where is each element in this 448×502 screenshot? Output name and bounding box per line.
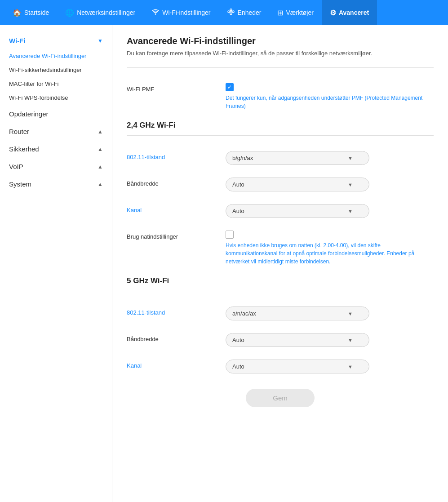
chevron-down-icon-bw24: ▼	[348, 182, 353, 187]
mode-5-label: 802.11-tilstand	[127, 307, 217, 316]
nav-vaerktoejer[interactable]: ⊞ Værktøjer	[269, 0, 321, 25]
channel-5-row: Kanal Auto ▼	[127, 353, 434, 380]
wifi-icon	[151, 9, 160, 17]
bandwidth-5-row: Båndbredde Auto ▼	[127, 327, 434, 353]
channel-24-row: Kanal Auto ▼	[127, 198, 434, 224]
chevron-up-icon-2: ▲	[98, 146, 103, 152]
bandwidth-24-select[interactable]: Auto ▼	[226, 178, 369, 191]
nav-startside[interactable]: 🏠 Startside	[4, 0, 57, 25]
bandwidth-5-select-wrap: Auto ▼	[226, 333, 369, 347]
divider-24ghz	[127, 135, 434, 136]
main-content: Avancerede Wi-Fi-indstillinger Du kan fo…	[112, 25, 448, 502]
section-5ghz-title: 5 GHz Wi-Fi	[127, 276, 434, 285]
sidebar-item-wps[interactable]: Wi-Fi WPS-forbindelse	[0, 91, 112, 105]
channel-5-select[interactable]: Auto ▼	[226, 360, 369, 373]
mode-5-select-wrap: a/n/ac/ax ▼	[226, 307, 369, 320]
mode-24-select[interactable]: b/g/n/ax ▼	[226, 151, 369, 165]
bandwidth-5-label: Båndbredde	[127, 333, 217, 342]
chevron-up-icon-3: ▲	[98, 164, 103, 170]
sidebar-opdateringer-section: Opdateringer	[0, 106, 112, 122]
mode-5-value: a/n/ac/ax	[232, 310, 256, 317]
mode-24-value: b/g/n/ax	[232, 155, 253, 161]
bandwidth-24-select-wrap: Auto ▼	[226, 178, 369, 191]
chevron-up-icon: ▲	[98, 129, 103, 135]
channel-5-label: Kanal	[127, 360, 217, 369]
mode-24-label: 802.11-tilstand	[127, 151, 217, 160]
nav-netvaerk-label: Netværksindstillinger	[77, 9, 135, 16]
svg-point-3	[230, 9, 231, 11]
check-icon: ✓	[227, 84, 232, 90]
pmf-hint: Det fungerer kun, når adgangsenheden und…	[226, 94, 434, 110]
nav-netvaerk[interactable]: 🌐 Netværksindstillinger	[57, 0, 143, 25]
svg-point-0	[228, 11, 230, 13]
home-icon: 🏠	[13, 9, 22, 17]
sidebar-voip-section: VoIP ▲	[0, 158, 112, 175]
sidebar-opdateringer-header[interactable]: Opdateringer	[0, 106, 112, 122]
channel-24-label: Kanal	[127, 204, 217, 213]
channel-24-select-wrap: Auto ▼	[226, 204, 369, 218]
sidebar-voip-header[interactable]: VoIP ▲	[0, 158, 112, 175]
night-control: Hvis enheden ikke bruges om natten (kl. …	[226, 231, 434, 266]
sidebar-router-header[interactable]: Router ▲	[0, 123, 112, 140]
chevron-down-icon-bw5: ▼	[348, 338, 353, 343]
channel-5-select-wrap: Auto ▼	[226, 360, 369, 373]
sidebar-sikkerhed-label: Sikkerhed	[9, 145, 39, 153]
pmf-label: Wi-Fi PMF	[127, 83, 217, 93]
sidebar-router-section: Router ▲	[0, 123, 112, 140]
nav-startside-label: Startside	[24, 9, 49, 16]
night-hint: Hvis enheden ikke bruges om natten (kl. …	[226, 241, 434, 266]
mode-5-select[interactable]: a/n/ac/ax ▼	[226, 307, 369, 320]
sidebar: Wi-Fi ▼ Avancerede Wi-Fi-indstillinger W…	[0, 25, 112, 502]
sidebar-system-header[interactable]: System ▲	[0, 176, 112, 192]
mode-24-select-wrap: b/g/n/ax ▼	[226, 151, 369, 165]
nav-wifi-label: Wi-Fi-indstillinger	[162, 9, 210, 16]
bandwidth-5-select[interactable]: Auto ▼	[226, 333, 369, 347]
pmf-checkbox[interactable]: ✓	[226, 83, 234, 91]
nav-vaerktoejer-label: Værktøjer	[286, 9, 313, 16]
gear-icon: ⚙	[330, 9, 336, 17]
globe-icon: 🌐	[65, 9, 74, 17]
bandwidth-5-value: Auto	[232, 337, 244, 343]
night-checkbox-wrap	[226, 231, 434, 239]
nav-wifi[interactable]: Wi-Fi-indstillinger	[143, 0, 218, 25]
night-checkbox[interactable]	[226, 231, 234, 239]
sidebar-wifi-header[interactable]: Wi-Fi ▼	[0, 32, 112, 49]
section-24ghz-title: 2,4 GHz Wi-Fi	[127, 121, 434, 130]
sidebar-item-mac[interactable]: MAC-filter for Wi-Fi	[0, 77, 112, 91]
sidebar-wifi-submenu: Avancerede Wi-Fi-indstillinger Wi-Fi-sik…	[0, 49, 112, 105]
bandwidth-24-value: Auto	[232, 181, 244, 188]
chevron-down-icon-ch5: ▼	[348, 364, 353, 369]
bandwidth-24-label: Båndbredde	[127, 178, 217, 187]
mode-5-control: a/n/ac/ax ▼	[226, 307, 434, 320]
chevron-up-icon-4: ▲	[98, 181, 103, 187]
nav-enheder-label: Enheder	[238, 9, 262, 16]
channel-24-select[interactable]: Auto ▼	[226, 204, 369, 218]
sidebar-item-avancerede[interactable]: Avancerede Wi-Fi-indstillinger	[0, 49, 112, 63]
sidebar-system-section: System ▲	[0, 176, 112, 192]
nav-avanceret[interactable]: ⚙ Avanceret	[322, 0, 377, 25]
chevron-down-icon-mode5: ▼	[348, 311, 353, 316]
sidebar-wifi-section: Wi-Fi ▼ Avancerede Wi-Fi-indstillinger W…	[0, 32, 112, 105]
bandwidth-5-control: Auto ▼	[226, 333, 434, 347]
nav-avanceret-label: Avanceret	[339, 9, 369, 16]
pmf-checkbox-wrap: ✓	[226, 83, 434, 91]
channel-24-value: Auto	[232, 208, 244, 214]
nav-enheder[interactable]: Enheder	[219, 0, 270, 25]
divider-5ghz	[127, 291, 434, 291]
sidebar-wifi-label: Wi-Fi	[9, 37, 26, 44]
sidebar-sikkerhed-header[interactable]: Sikkerhed ▲	[0, 141, 112, 157]
save-button[interactable]: Gem	[246, 389, 315, 407]
mode-24-control: b/g/n/ax ▼	[226, 151, 434, 165]
divider-top	[127, 67, 434, 68]
top-nav: 🏠 Startside 🌐 Netværksindstillinger Wi-F…	[0, 0, 448, 25]
page-description: Du kan foretage mere tilpassede Wi-Fi-in…	[127, 50, 434, 57]
sidebar-system-label: System	[9, 180, 31, 188]
pmf-control: ✓ Det fungerer kun, når adgangsenheden u…	[226, 83, 434, 110]
sidebar-sikkerhed-section: Sikkerhed ▲	[0, 141, 112, 157]
page-layout: Wi-Fi ▼ Avancerede Wi-Fi-indstillinger W…	[0, 25, 448, 502]
sidebar-item-sikkerhed-wifi[interactable]: Wi-Fi-sikkerhedsindstillinger	[0, 63, 112, 77]
sidebar-opdateringer-label: Opdateringer	[9, 110, 49, 118]
mode-24-row: 802.11-tilstand b/g/n/ax ▼	[127, 145, 434, 171]
sidebar-voip-label: VoIP	[9, 163, 23, 170]
night-row: Brug natindstillinger Hvis enheden ikke …	[127, 224, 434, 272]
